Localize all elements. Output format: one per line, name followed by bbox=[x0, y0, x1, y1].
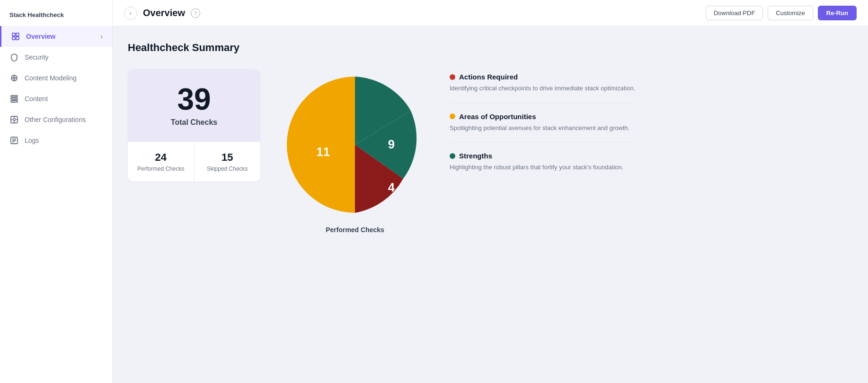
legend-title-strengths: Strengths bbox=[450, 152, 635, 160]
strengths-dot bbox=[450, 153, 455, 159]
overview-icon bbox=[11, 32, 20, 41]
svg-text:4: 4 bbox=[388, 181, 395, 194]
total-checks-label: Total Checks bbox=[139, 118, 249, 127]
sidebar-item-other-configurations-label: Other Configurations bbox=[25, 116, 86, 123]
sidebar-item-content-modeling[interactable]: Content Modeling bbox=[0, 68, 112, 88]
stats-card-bottom: 24 Performed Checks 15 Skipped Checks bbox=[128, 142, 260, 182]
chart-label: Performed Checks bbox=[326, 226, 384, 234]
areas-of-opportunities-dot bbox=[450, 113, 455, 119]
app-title: Stack Healthcheck bbox=[0, 8, 112, 26]
svg-rect-1 bbox=[16, 33, 19, 36]
logs-icon bbox=[9, 136, 19, 145]
sidebar-item-logs-label: Logs bbox=[25, 137, 39, 144]
content-modeling-icon bbox=[9, 73, 19, 83]
sidebar-item-overview-label: Overview bbox=[26, 33, 55, 40]
sidebar-item-logs[interactable]: Logs bbox=[0, 130, 112, 151]
svg-rect-0 bbox=[12, 33, 15, 36]
actions-required-title: Actions Required bbox=[459, 73, 518, 81]
legend-title-areas-of-opportunities: Areas of Opportunities bbox=[450, 113, 635, 121]
main-area: ‹ Overview ? Download PDF Customize Re-R… bbox=[113, 0, 868, 383]
content-area: Healthcheck Summary 39 Total Checks 24 P… bbox=[113, 26, 868, 383]
other-configurations-icon bbox=[9, 115, 19, 124]
svg-rect-10 bbox=[11, 96, 18, 97]
areas-of-opportunities-title: Areas of Opportunities bbox=[459, 113, 536, 121]
actions-required-dot bbox=[450, 74, 455, 80]
page-title: Overview bbox=[143, 8, 185, 18]
legend-title-actions-required: Actions Required bbox=[450, 73, 635, 81]
areas-of-opportunities-desc: Spotlighting potential avenues for stack… bbox=[450, 123, 635, 133]
stats-card: 39 Total Checks 24 Performed Checks 15 S… bbox=[128, 69, 260, 182]
legend-item-areas-of-opportunities: Areas of Opportunities Spotlighting pote… bbox=[450, 113, 635, 143]
svg-point-5 bbox=[13, 77, 15, 79]
legend-item-actions-required: Actions Required Identifying critical ch… bbox=[450, 73, 635, 103]
sidebar-item-security-label: Security bbox=[25, 53, 49, 61]
chart-area: 9 4 11 Performed Checks bbox=[279, 69, 431, 234]
collapse-sidebar-button[interactable]: ‹ bbox=[124, 7, 137, 20]
strengths-desc: Highlighting the robust pillars that for… bbox=[450, 163, 635, 172]
svg-point-14 bbox=[13, 119, 16, 121]
sidebar-item-content[interactable]: Content bbox=[0, 88, 112, 109]
sidebar-item-content-modeling-label: Content Modeling bbox=[25, 74, 77, 82]
sidebar-item-other-configurations[interactable]: Other Configurations bbox=[0, 109, 112, 130]
skipped-checks-number: 15 bbox=[202, 151, 253, 164]
header-actions: Download PDF Customize Re-Run bbox=[706, 6, 857, 20]
svg-rect-12 bbox=[11, 101, 18, 102]
sidebar: Stack Healthcheck Overview › Security bbox=[0, 0, 113, 383]
chevron-right-icon: › bbox=[100, 33, 103, 40]
sidebar-item-content-label: Content bbox=[25, 95, 48, 103]
security-icon bbox=[9, 52, 19, 62]
legend-item-strengths: Strengths Highlighting the robust pillar… bbox=[450, 152, 635, 172]
sidebar-item-overview[interactable]: Overview › bbox=[0, 26, 112, 47]
svg-text:11: 11 bbox=[317, 145, 330, 158]
svg-rect-11 bbox=[11, 98, 18, 100]
content-icon bbox=[9, 94, 19, 104]
svg-rect-2 bbox=[12, 37, 15, 40]
actions-required-desc: Identifying critical checkpoints to driv… bbox=[450, 84, 635, 93]
pie-chart: 9 4 11 bbox=[279, 69, 431, 220]
sidebar-item-security[interactable]: Security bbox=[0, 47, 112, 68]
skipped-checks-label: Skipped Checks bbox=[202, 165, 253, 172]
header: ‹ Overview ? Download PDF Customize Re-R… bbox=[113, 0, 868, 26]
download-pdf-button[interactable]: Download PDF bbox=[706, 6, 763, 20]
strengths-title: Strengths bbox=[459, 152, 492, 160]
rerun-button[interactable]: Re-Run bbox=[818, 6, 857, 20]
help-icon[interactable]: ? bbox=[191, 9, 200, 18]
performed-checks-label: Performed Checks bbox=[135, 165, 186, 172]
section-title: Healthcheck Summary bbox=[128, 42, 853, 54]
customize-button[interactable]: Customize bbox=[768, 6, 813, 20]
performed-checks-stat: 24 Performed Checks bbox=[128, 142, 195, 182]
dashboard-grid: 39 Total Checks 24 Performed Checks 15 S… bbox=[128, 69, 853, 234]
svg-rect-3 bbox=[16, 37, 19, 40]
legend: Actions Required Identifying critical ch… bbox=[450, 69, 635, 172]
total-checks-number: 39 bbox=[139, 84, 249, 114]
svg-text:9: 9 bbox=[388, 138, 395, 151]
performed-checks-number: 24 bbox=[135, 151, 186, 164]
skipped-checks-stat: 15 Skipped Checks bbox=[195, 142, 261, 182]
stats-card-top: 39 Total Checks bbox=[128, 69, 260, 142]
